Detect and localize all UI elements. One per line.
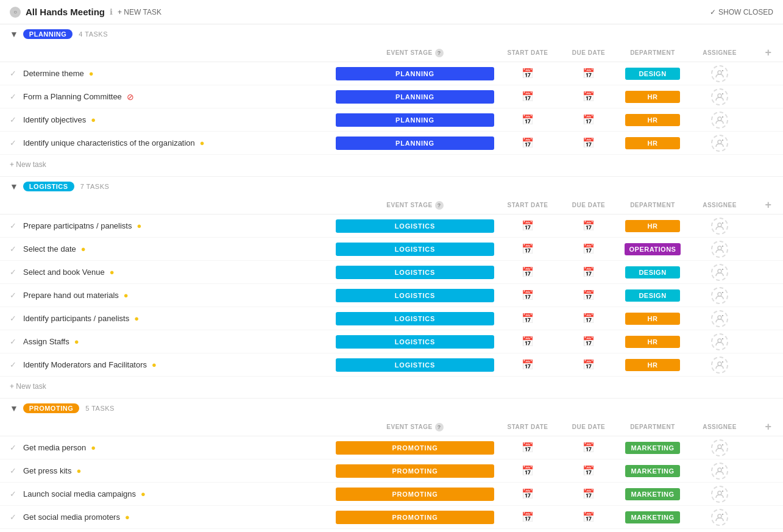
check-icon[interactable]: ✓ bbox=[10, 360, 18, 369]
stage-cell[interactable]: PROMOTING bbox=[333, 463, 497, 479]
stage-cell[interactable]: LOGISTICS bbox=[333, 357, 497, 373]
due-date-cell[interactable]: 📅 bbox=[558, 266, 619, 278]
dept-cell[interactable]: DESIGN bbox=[619, 68, 686, 80]
dept-badge[interactable]: HR bbox=[625, 114, 680, 126]
section-badge-planning[interactable]: PLANNING bbox=[23, 29, 73, 39]
check-icon[interactable]: ✓ bbox=[10, 337, 18, 346]
due-date-cell[interactable]: 📅 bbox=[558, 114, 619, 126]
stage-badge[interactable]: PLANNING bbox=[336, 67, 494, 80]
stage-badge[interactable]: PLANNING bbox=[336, 137, 494, 150]
stage-cell[interactable]: LOGISTICS bbox=[333, 264, 497, 280]
assignee-cell[interactable] bbox=[686, 356, 753, 374]
due-date-icon[interactable]: 📅 bbox=[583, 68, 595, 79]
check-icon[interactable]: ✓ bbox=[10, 221, 18, 230]
check-icon[interactable]: ✓ bbox=[10, 138, 18, 147]
new-task-row-logistics[interactable]: + New task bbox=[0, 377, 783, 398]
task-name[interactable]: Identify participants / panelists bbox=[23, 314, 129, 323]
assignee-add-icon[interactable] bbox=[711, 439, 728, 456]
start-date-cell[interactable]: 📅 bbox=[497, 465, 558, 477]
start-date-icon[interactable]: 📅 bbox=[522, 137, 534, 149]
start-date-cell[interactable]: 📅 bbox=[497, 488, 558, 500]
section-toggle-promoting[interactable]: ▼ bbox=[10, 403, 18, 413]
stage-cell[interactable]: PLANNING bbox=[333, 66, 497, 82]
stage-cell[interactable]: LOGISTICS bbox=[333, 288, 497, 303]
assignee-add-icon[interactable] bbox=[711, 356, 728, 374]
assignee-add-icon[interactable] bbox=[711, 463, 728, 480]
task-name[interactable]: Identify Moderators and Facilitators bbox=[23, 360, 147, 369]
check-icon[interactable]: ✓ bbox=[10, 115, 18, 124]
task-name[interactable]: Select the date bbox=[23, 244, 76, 254]
new-task-button[interactable]: + NEW TASK bbox=[118, 8, 161, 16]
stage-cell[interactable]: LOGISTICS bbox=[333, 334, 497, 350]
task-name[interactable]: Get media person bbox=[23, 443, 86, 452]
section-badge-promoting[interactable]: PROMOTING bbox=[23, 403, 79, 413]
check-icon[interactable]: ✓ bbox=[10, 291, 18, 300]
check-icon[interactable]: ✓ bbox=[10, 443, 18, 452]
stage-badge[interactable]: PROMOTING bbox=[336, 464, 494, 478]
dept-badge[interactable]: MARKETING bbox=[625, 511, 680, 523]
dept-badge[interactable]: DESIGN bbox=[625, 68, 680, 80]
assignee-add-icon[interactable] bbox=[711, 333, 728, 350]
dept-cell[interactable]: HR bbox=[619, 313, 686, 325]
col-add[interactable]: + bbox=[753, 199, 783, 211]
task-name[interactable]: Identify unique characteristics of the o… bbox=[23, 138, 195, 147]
stage-badge[interactable]: LOGISTICS bbox=[336, 266, 494, 279]
start-date-icon[interactable]: 📅 bbox=[522, 336, 534, 347]
dept-badge[interactable]: HR bbox=[625, 336, 680, 348]
start-date-cell[interactable]: 📅 bbox=[497, 336, 558, 347]
assignee-add-icon[interactable] bbox=[711, 509, 728, 526]
stage-badge[interactable]: LOGISTICS bbox=[336, 335, 494, 349]
stage-badge[interactable]: PLANNING bbox=[336, 113, 494, 127]
dept-cell[interactable]: DESIGN bbox=[619, 266, 686, 278]
due-date-cell[interactable]: 📅 bbox=[558, 359, 619, 371]
task-name[interactable]: Form a Planning Committee bbox=[23, 92, 122, 101]
due-date-cell[interactable]: 📅 bbox=[558, 488, 619, 500]
assignee-add-icon[interactable] bbox=[711, 112, 728, 129]
start-date-cell[interactable]: 📅 bbox=[497, 359, 558, 371]
start-date-cell[interactable]: 📅 bbox=[497, 243, 558, 255]
due-date-icon[interactable]: 📅 bbox=[583, 442, 595, 453]
stage-badge[interactable]: LOGISTICS bbox=[336, 358, 494, 372]
due-date-cell[interactable]: 📅 bbox=[558, 313, 619, 324]
start-date-cell[interactable]: 📅 bbox=[497, 68, 558, 79]
assignee-cell[interactable] bbox=[686, 509, 753, 526]
task-name[interactable]: Get press kits bbox=[23, 466, 71, 475]
due-date-icon[interactable]: 📅 bbox=[583, 336, 595, 347]
assignee-cell[interactable] bbox=[686, 88, 753, 105]
start-date-icon[interactable]: 📅 bbox=[522, 114, 534, 126]
stage-badge[interactable]: PROMOTING bbox=[336, 488, 494, 501]
task-name[interactable]: Assign Staffs bbox=[23, 337, 69, 346]
assignee-add-icon[interactable] bbox=[711, 218, 728, 235]
dept-cell[interactable]: HR bbox=[619, 114, 686, 126]
assignee-add-icon[interactable] bbox=[711, 135, 728, 152]
assignee-cell[interactable] bbox=[686, 241, 753, 258]
assignee-cell[interactable] bbox=[686, 135, 753, 152]
stage-badge[interactable]: LOGISTICS bbox=[336, 312, 494, 325]
due-date-cell[interactable]: 📅 bbox=[558, 465, 619, 477]
start-date-icon[interactable]: 📅 bbox=[522, 68, 534, 79]
dept-badge[interactable]: MARKETING bbox=[625, 488, 680, 500]
due-date-cell[interactable]: 📅 bbox=[558, 137, 619, 149]
assignee-add-icon[interactable] bbox=[711, 287, 728, 304]
stage-badge[interactable]: LOGISTICS bbox=[336, 243, 494, 256]
stage-cell[interactable]: PLANNING bbox=[333, 112, 497, 128]
dept-cell[interactable]: MARKETING bbox=[619, 511, 686, 523]
check-icon[interactable]: ✓ bbox=[10, 466, 18, 475]
assignee-add-icon[interactable] bbox=[711, 241, 728, 258]
due-date-cell[interactable]: 📅 bbox=[558, 220, 619, 232]
due-date-icon[interactable]: 📅 bbox=[583, 220, 595, 232]
stage-cell[interactable]: LOGISTICS bbox=[333, 241, 497, 257]
task-name[interactable]: Get social media promoters bbox=[23, 512, 120, 522]
due-date-icon[interactable]: 📅 bbox=[583, 266, 595, 278]
start-date-icon[interactable]: 📅 bbox=[522, 289, 534, 301]
assignee-cell[interactable] bbox=[686, 310, 753, 327]
check-icon[interactable]: ✓ bbox=[10, 489, 18, 498]
due-date-icon[interactable]: 📅 bbox=[583, 137, 595, 149]
stage-badge[interactable]: LOGISTICS bbox=[336, 219, 494, 233]
dept-badge[interactable]: HR bbox=[625, 359, 680, 371]
assignee-add-icon[interactable] bbox=[711, 88, 728, 105]
new-task-link[interactable]: + New task bbox=[10, 382, 46, 391]
start-date-cell[interactable]: 📅 bbox=[497, 137, 558, 149]
due-date-icon[interactable]: 📅 bbox=[583, 289, 595, 301]
start-date-cell[interactable]: 📅 bbox=[497, 91, 558, 102]
